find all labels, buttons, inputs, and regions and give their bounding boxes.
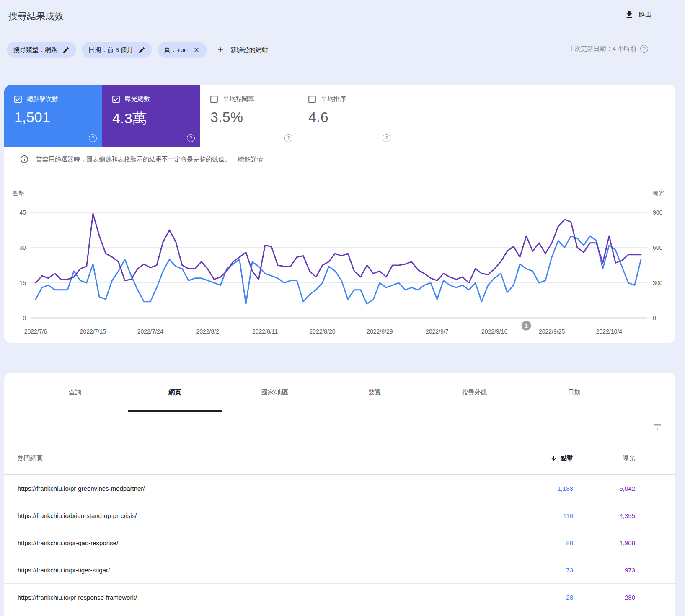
table-row[interactable]: https://frankchiu.io/pr-greenvines-medpa…: [4, 475, 675, 502]
tab-devices[interactable]: 裝置: [325, 373, 424, 412]
tab-dates[interactable]: 日期: [525, 373, 624, 412]
impressions-value: 1,908: [573, 539, 635, 546]
svg-text:300: 300: [653, 280, 663, 286]
metric-value: 4.6: [308, 109, 396, 125]
download-icon: [625, 10, 634, 19]
metric-value: 3.5%: [210, 109, 298, 125]
dimension-tabs: 查詢 網頁 國家/地區 裝置 搜尋外觀 日期: [4, 373, 675, 412]
unchecked-checkbox-icon[interactable]: [210, 96, 218, 103]
table-filter-row: [4, 412, 675, 442]
metric-label: 曝光總數: [125, 95, 150, 103]
info-icon: [20, 155, 29, 164]
table-row[interactable]: https://frankchiu.io/brian-stand-up-pr-c…: [4, 502, 675, 529]
svg-text:45: 45: [19, 209, 26, 216]
page-url[interactable]: https://frankchiu.io/pr-response-framewo…: [4, 594, 519, 601]
metric-value: 1,501: [14, 109, 102, 125]
export-label: 匯出: [639, 11, 651, 19]
help-icon[interactable]: ?: [89, 134, 97, 142]
svg-text:2022/7/24: 2022/7/24: [137, 328, 163, 335]
filter-list-icon[interactable]: [653, 422, 662, 432]
metric-label: 平均排序: [321, 95, 346, 103]
learn-more-link[interactable]: 瞭解詳情: [238, 155, 263, 163]
column-clicks-sorted[interactable]: 點擊: [519, 454, 573, 462]
search-console-performance-page: 搜尋結果成效 匯出 搜尋類型：網路 日期：前 3 個月 頁：+pr- 新驗證的網…: [0, 0, 685, 616]
checked-checkbox-icon[interactable]: [14, 96, 22, 103]
add-verified-site-button[interactable]: 新驗證的網站: [216, 46, 268, 54]
svg-text:2022/8/29: 2022/8/29: [367, 328, 393, 335]
svg-text:2022/9/16: 2022/9/16: [481, 328, 507, 335]
search-type-chip-label: 搜尋類型：網路: [13, 46, 57, 54]
page-url[interactable]: https://frankchiu.io/pr-tiger-sugar/: [4, 567, 519, 574]
metric-value: 4.3萬: [112, 109, 200, 128]
impressions-value: 5,042: [573, 485, 635, 492]
help-icon[interactable]: ?: [640, 45, 648, 53]
filter-bar: 搜尋類型：網路 日期：前 3 個月 頁：+pr- 新驗證的網站 上次更新日期：4…: [7, 41, 685, 58]
svg-text:2022/9/25: 2022/9/25: [539, 328, 565, 335]
unchecked-checkbox-icon[interactable]: [308, 96, 316, 103]
table-row[interactable]: https://frankchiu.io/pr-tiger-sugar/ 73 …: [4, 556, 675, 584]
svg-text:900: 900: [653, 209, 663, 216]
notice-text: 當套用篩選器時，圖表總數和表格顯示的結果不一定會是完整的數值。: [36, 155, 231, 163]
plus-icon: [216, 46, 225, 54]
svg-text:0: 0: [653, 315, 656, 321]
top-bar: 搜尋結果成效 匯出: [0, 0, 685, 33]
column-top-pages[interactable]: 熱門網頁: [4, 454, 519, 462]
total-clicks-tile[interactable]: 總點擊次數 1,501 ?: [4, 85, 102, 147]
help-icon[interactable]: ?: [383, 134, 390, 142]
tab-queries[interactable]: 查詢: [25, 373, 125, 412]
svg-text:點擊: 點擊: [12, 190, 24, 197]
help-icon[interactable]: ?: [187, 134, 195, 142]
help-icon[interactable]: ?: [284, 134, 292, 142]
svg-text:2022/8/2: 2022/8/2: [196, 328, 219, 335]
average-position-tile[interactable]: 平均排序 4.6 ?: [298, 85, 396, 147]
clicks-value: 28: [519, 594, 573, 601]
svg-text:2022/9/7: 2022/9/7: [426, 328, 449, 335]
svg-text:2022/10/4: 2022/10/4: [596, 328, 622, 335]
impressions-value: 4,355: [573, 512, 635, 519]
svg-text:15: 15: [19, 280, 26, 286]
svg-text:30: 30: [19, 244, 26, 251]
svg-text:2022/8/20: 2022/8/20: [309, 328, 335, 335]
checked-checkbox-icon[interactable]: [112, 96, 120, 103]
column-impressions[interactable]: 曝光: [573, 454, 635, 462]
clicks-value: 1,188: [519, 485, 573, 492]
export-button[interactable]: 匯出: [625, 10, 651, 19]
date-range-chip[interactable]: 日期：前 3 個月: [82, 42, 152, 58]
page-url[interactable]: https://frankchiu.io/brian-stand-up-pr-c…: [4, 512, 519, 519]
svg-text:0: 0: [23, 315, 26, 321]
svg-text:曝光: 曝光: [653, 190, 664, 197]
average-ctr-tile[interactable]: 平均點閱率 3.5% ?: [200, 85, 298, 147]
impressions-value: 280: [573, 594, 635, 601]
svg-text:2022/8/11: 2022/8/11: [252, 328, 278, 335]
last-updated-text: 上次更新日期：4 小時前: [568, 45, 636, 53]
performance-summary-card: 總點擊次數 1,501 ? 曝光總數 4.3萬 ? 平均點閱率 3.5%: [4, 85, 675, 343]
impressions-value: 973: [573, 567, 635, 574]
table-row[interactable]: https://frankchiu.io/pr-response-framewo…: [4, 584, 675, 611]
svg-text:2022/7/6: 2022/7/6: [24, 328, 47, 335]
clicks-value: 88: [519, 539, 573, 546]
edit-icon: [62, 47, 70, 54]
total-impressions-tile[interactable]: 曝光總數 4.3萬 ?: [102, 85, 200, 147]
tab-search-appearance[interactable]: 搜尋外觀: [424, 373, 524, 412]
search-type-chip[interactable]: 搜尋類型：網路: [7, 42, 76, 58]
clicks-value: 116: [519, 512, 573, 519]
page-url[interactable]: https://frankchiu.io/pr-greenvines-medpa…: [4, 485, 519, 492]
page-filter-chip-label: 頁：+pr-: [164, 46, 188, 54]
add-verified-site-label: 新驗證的網站: [230, 46, 268, 54]
table-row[interactable]: https://frankchiu.io/pr-gao-response/ 88…: [4, 529, 675, 556]
filter-notice: 當套用篩選器時，圖表總數和表格顯示的結果不一定會是完整的數值。 瞭解詳情: [20, 155, 263, 164]
tab-pages[interactable]: 網頁: [125, 373, 225, 412]
page-title: 搜尋結果成效: [8, 10, 64, 23]
tab-countries[interactable]: 國家/地區: [225, 373, 325, 412]
performance-chart[interactable]: 45900306001530000點擊曝光2022/7/62022/7/1520…: [4, 184, 675, 343]
page-url[interactable]: https://frankchiu.io/pr-gao-response/: [4, 539, 519, 546]
clicks-value: 73: [519, 567, 573, 574]
edit-icon: [138, 47, 145, 54]
close-icon[interactable]: [193, 47, 200, 53]
date-range-chip-label: 日期：前 3 個月: [88, 46, 133, 54]
page-filter-chip[interactable]: 頁：+pr-: [158, 42, 207, 58]
sort-descending-icon: [550, 455, 557, 462]
metric-label: 平均點閱率: [223, 95, 254, 103]
svg-text:600: 600: [653, 244, 663, 251]
metric-label: 總點擊次數: [27, 95, 58, 103]
